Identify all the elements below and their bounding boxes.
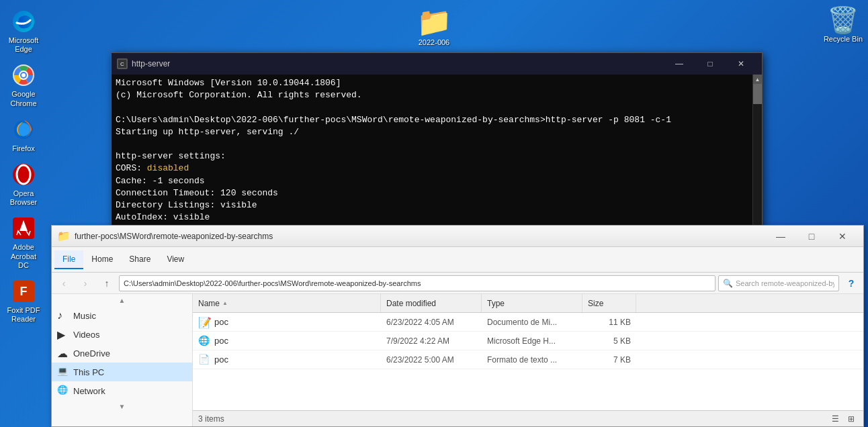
address-bar-text: C:\Users\admin\Desktop\2022-006\further-… <box>124 279 711 287</box>
desktop-icon-recycle-bin[interactable]: 🗑️ Recycle Bin <box>824 5 863 43</box>
file-date-1: 6/23/2022 4:05 AM <box>381 318 482 327</box>
cmd-line-5: Starting up http-server, serving ./ <box>116 126 748 138</box>
adobe-icon <box>10 215 37 242</box>
cmd-scroll-up[interactable]: ▲ <box>753 75 763 84</box>
chrome-icon <box>10 62 37 89</box>
back-button[interactable]: ‹ <box>54 274 73 293</box>
desktop-icon-foxit-label: Foxit PDF Reader <box>5 306 42 324</box>
status-view-buttons: ☰ ⊞ <box>828 412 858 426</box>
up-button[interactable]: ↑ <box>97 274 116 293</box>
cmd-titlebar: C http-server — □ ✕ <box>112 53 762 75</box>
explorer-column-header: Name ▲ Date modified Type Size <box>193 294 863 313</box>
explorer-maximize-button[interactable]: □ <box>796 226 827 247</box>
view-details-button[interactable]: ☰ <box>828 412 842 426</box>
file-icon-text: 📄 <box>198 354 210 366</box>
sidebar-scroll-up[interactable]: ▲ <box>52 294 192 306</box>
col-name-label: Name <box>198 299 220 308</box>
help-button[interactable]: ? <box>842 274 861 293</box>
col-header-name[interactable]: Name ▲ <box>193 294 381 312</box>
recycle-bin-label: Recycle Bin <box>824 35 863 43</box>
col-date-label: Date modified <box>386 299 436 308</box>
file-icon-word: 📝 <box>198 316 210 328</box>
table-row[interactable]: 🌐 poc 7/9/2022 4:22 AM Microsoft Edge H.… <box>193 332 863 350</box>
svg-text:F: F <box>20 285 28 298</box>
sidebar-item-onedrive[interactable]: ☁ OneDrive <box>52 344 192 363</box>
explorer-sidebar: ▲ ♪ Music ▶ Videos ☁ OneDrive 💻 This PC <box>52 294 193 426</box>
desktop-icon-adobe[interactable]: Adobe Acrobat DC <box>2 212 45 273</box>
forward-button[interactable]: › <box>76 274 95 293</box>
foxit-icon: F <box>10 278 37 305</box>
sidebar-item-music[interactable]: ♪ Music <box>52 306 192 325</box>
desktop-icons-left: Microsoft Edge <box>0 0 47 332</box>
desktop-icon-google-chrome[interactable]: Google Chrome <box>2 59 45 110</box>
cmd-close-button[interactable]: ✕ <box>726 53 756 75</box>
cmd-line-4: C:\Users\admin\Desktop\2022-006\further-… <box>116 114 748 126</box>
network-icon: 🌐 <box>57 385 69 397</box>
explorer-ribbon: File Home Share View <box>52 247 863 273</box>
explorer-close-button[interactable]: ✕ <box>827 226 858 247</box>
cmd-line-7: http-server settings: <box>116 150 748 162</box>
edge-icon <box>10 8 37 35</box>
file-icon-edge: 🌐 <box>198 335 210 347</box>
opera-icon <box>10 161 37 188</box>
file-name-label-1: poc <box>214 317 228 327</box>
desktop-icon-opera[interactable]: Opera Browser <box>2 158 45 209</box>
explorer-window: 📁 further-pocs\MSWord\remote-weaponized-… <box>51 225 864 427</box>
ribbon-tab-view[interactable]: View <box>159 250 192 269</box>
col-header-type[interactable]: Type <box>482 294 582 312</box>
desktop-icon-adobe-label: Adobe Acrobat DC <box>5 243 42 270</box>
svg-point-9 <box>17 165 30 184</box>
cmd-line-1: Microsoft Windows [Version 10.0.19044.18… <box>116 77 748 89</box>
table-row[interactable]: 📝 poc 6/23/2022 4:05 AM Documento de Mi.… <box>193 313 863 332</box>
this-pc-icon: 💻 <box>57 366 69 378</box>
ribbon-tab-home[interactable]: Home <box>83 250 121 269</box>
sidebar-item-videos[interactable]: ▶ Videos <box>52 325 192 344</box>
firefox-icon <box>10 116 37 143</box>
view-large-icons-button[interactable]: ⊞ <box>844 412 858 426</box>
music-icon: ♪ <box>57 310 69 322</box>
desktop-icon-microsoft-edge[interactable]: Microsoft Edge <box>2 5 45 56</box>
explorer-folder-icon: 📁 <box>57 230 71 242</box>
cmd-scroll-thumb[interactable] <box>753 84 762 104</box>
address-bar[interactable]: C:\Users\admin\Desktop\2022-006\further-… <box>119 275 715 291</box>
sidebar-item-videos-label: Videos <box>73 330 100 340</box>
cmd-line-8: CORS: disabled <box>116 162 748 175</box>
sidebar-item-music-label: Music <box>73 311 96 321</box>
cmd-line-10: Connection Timeout: 120 seconds <box>116 187 748 199</box>
folder-2022-icon: 📁 <box>417 5 451 38</box>
desktop: Microsoft Edge <box>0 0 868 427</box>
desktop-icon-opera-label: Opera Browser <box>5 189 42 207</box>
explorer-titlebar-buttons: — □ ✕ <box>765 226 858 247</box>
sidebar-scroll-down[interactable]: ▼ <box>52 400 192 412</box>
col-type-label: Type <box>487 299 505 308</box>
desktop-icon-foxit[interactable]: F Foxit PDF Reader <box>2 275 45 326</box>
cmd-line-11: Directory Listings: visible <box>116 199 748 211</box>
explorer-title: further-pocs\MSWord\remote-weaponized-by… <box>75 232 765 241</box>
explorer-minimize-button[interactable]: — <box>765 226 796 247</box>
ribbon-tab-share[interactable]: Share <box>121 250 159 269</box>
sidebar-item-this-pc[interactable]: 💻 This PC <box>52 363 192 381</box>
search-icon: 🔍 <box>723 279 733 288</box>
file-date-2: 7/9/2022 4:22 AM <box>381 336 482 346</box>
explorer-file-list: 📝 poc 6/23/2022 4:05 AM Documento de Mi.… <box>193 313 863 410</box>
cmd-line-3 <box>116 101 748 113</box>
file-type-1: Documento de Mi... <box>482 318 582 327</box>
search-placeholder: Search remote-weaponized-by-searchms <box>736 279 834 287</box>
desktop-icon-folder-2022[interactable]: 📁 2022-006 <box>417 5 451 46</box>
cmd-maximize-button[interactable]: □ <box>695 53 726 75</box>
col-header-date[interactable]: Date modified <box>381 294 482 312</box>
col-header-size[interactable]: Size <box>582 294 636 312</box>
search-bar[interactable]: 🔍 Search remote-weaponized-by-searchms <box>718 275 839 291</box>
table-row[interactable]: 📄 poc 6/23/2022 5:00 AM Formato de texto… <box>193 350 863 369</box>
sidebar-item-network[interactable]: 🌐 Network <box>52 381 192 400</box>
sort-arrow-name: ▲ <box>222 300 228 306</box>
folder-2022-label: 2022-006 <box>419 38 450 46</box>
col-size-label: Size <box>588 299 603 308</box>
items-count: 3 items <box>198 414 224 424</box>
cmd-minimize-button[interactable]: — <box>664 53 695 75</box>
ribbon-tab-file[interactable]: File <box>54 250 83 269</box>
file-name-1: 📝 poc <box>193 316 381 328</box>
sidebar-item-network-label: Network <box>73 386 105 396</box>
cmd-window-icon: C <box>117 58 128 69</box>
desktop-icon-firefox[interactable]: Firefox <box>2 113 45 156</box>
